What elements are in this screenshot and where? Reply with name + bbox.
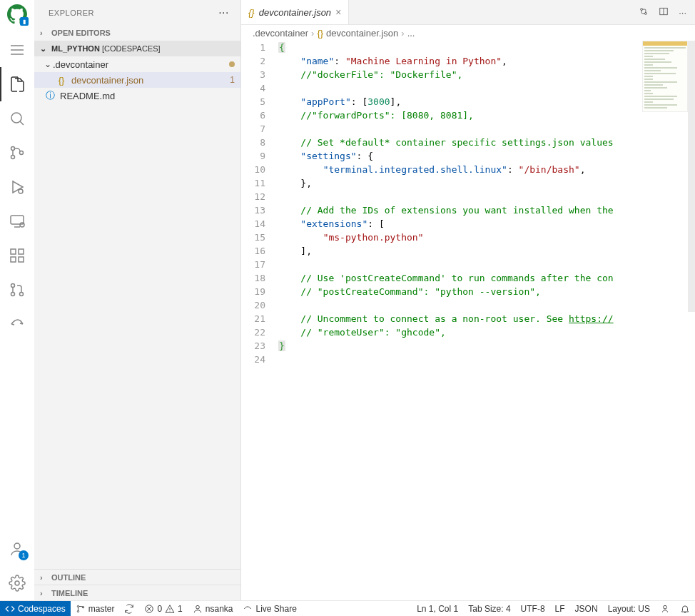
tree-file-readme[interactable]: ⓘ README.md: [34, 88, 240, 103]
section-label: TIMELINE: [51, 589, 88, 597]
json-file-icon: {}: [56, 75, 67, 86]
sidebar-title: EXPLORER: [49, 9, 94, 17]
accounts-icon[interactable]: 1: [0, 532, 34, 566]
status-language[interactable]: JSON: [570, 601, 603, 616]
svg-line-4: [20, 121, 24, 125]
close-icon[interactable]: ×: [335, 6, 341, 18]
error-count: 0: [157, 604, 162, 614]
sidebar: EXPLORER ··· › OPEN EDITORS ⌄ ML_PYTHON …: [34, 0, 241, 600]
status-lncol[interactable]: Ln 1, Col 1: [412, 601, 463, 616]
status-feedback-icon[interactable]: [655, 601, 675, 616]
chevron-right-icon: ›: [40, 589, 49, 597]
breadcrumb-segment[interactable]: .devcontainer: [253, 28, 308, 39]
warning-count: 1: [178, 604, 183, 614]
status-label: Live Share: [255, 604, 296, 614]
section-label: OUTLINE: [51, 573, 86, 582]
project-name: ML_PYTHON: [51, 44, 100, 53]
tab-bar: {} devcontainer.json × ···: [241, 0, 695, 25]
timeline-section[interactable]: › TIMELINE: [34, 585, 240, 600]
line-gutter: 123456789101112131415161718192021222324: [241, 41, 278, 600]
svg-point-34: [196, 605, 199, 609]
run-debug-icon[interactable]: [0, 170, 34, 204]
status-liveshare[interactable]: Live Share: [238, 601, 301, 616]
code-editor[interactable]: 123456789101112131415161718192021222324 …: [241, 41, 695, 600]
svg-point-23: [645, 12, 647, 14]
status-user[interactable]: nsanka: [188, 601, 238, 616]
info-file-icon: ⓘ: [44, 89, 56, 102]
compare-changes-icon[interactable]: [639, 6, 649, 19]
file-tree: ⌄ .devcontainer {} devcontainer.json 1 ⓘ…: [34, 56, 240, 569]
status-encoding[interactable]: UTF-8: [516, 601, 550, 616]
svg-rect-15: [19, 257, 24, 262]
tree-file-devcontainer-json[interactable]: {} devcontainer.json 1: [34, 72, 240, 88]
tree-folder-devcontainer[interactable]: ⌄ .devcontainer: [34, 56, 240, 72]
editor-area: {} devcontainer.json × ··· .devcontainer…: [241, 0, 695, 600]
status-layout[interactable]: Layout: US: [603, 601, 655, 616]
svg-point-27: [77, 610, 78, 612]
tab-actions: ···: [630, 0, 695, 24]
more-actions-icon[interactable]: ···: [679, 7, 686, 18]
open-editors-section[interactable]: › OPEN EDITORS: [34, 25, 240, 41]
code-content[interactable]: { "name": "Machine Learning in Python", …: [278, 41, 695, 600]
settings-gear-icon[interactable]: [0, 566, 34, 600]
svg-rect-16: [19, 249, 24, 254]
status-codespaces[interactable]: Codespaces: [0, 601, 71, 616]
status-bell-icon[interactable]: [675, 601, 695, 616]
status-label: master: [88, 604, 115, 614]
section-label: OPEN EDITORS: [51, 29, 111, 37]
svg-point-9: [19, 189, 23, 193]
file-label: README.md: [60, 91, 235, 101]
breadcrumb-segment[interactable]: ...: [407, 28, 415, 39]
remote-explorer-icon[interactable]: [0, 204, 34, 238]
svg-marker-8: [13, 181, 23, 193]
status-sync[interactable]: [119, 601, 139, 616]
status-bar: Codespaces master 0 1 nsanka Live Share …: [0, 600, 695, 616]
svg-point-22: [641, 8, 643, 10]
tab-title: devcontainer.json: [259, 7, 331, 18]
sidebar-more-icon[interactable]: ···: [218, 6, 229, 19]
tab-devcontainer-json[interactable]: {} devcontainer.json ×: [241, 0, 349, 24]
svg-rect-13: [11, 249, 16, 254]
json-file-icon: {}: [248, 7, 255, 18]
project-section[interactable]: ⌄ ML_PYTHON [CODESPACES]: [34, 41, 240, 56]
github-pr-icon[interactable]: [0, 273, 34, 307]
explorer-icon[interactable]: [0, 67, 34, 101]
chevron-right-icon: ›: [40, 573, 49, 582]
project-suffix: [CODESPACES]: [102, 44, 161, 53]
accounts-badge: 1: [19, 550, 29, 560]
chevron-down-icon: ⌄: [43, 59, 53, 69]
source-control-icon[interactable]: [0, 136, 34, 170]
svg-point-7: [20, 151, 24, 155]
menu-icon[interactable]: [0, 33, 34, 67]
github-logo: ▮: [7, 4, 27, 24]
vscode-badge-icon: ▮: [20, 17, 29, 26]
file-badge: 1: [230, 75, 235, 85]
status-problems[interactable]: 0 1: [139, 601, 187, 616]
status-branch[interactable]: master: [71, 601, 120, 616]
svg-point-26: [77, 605, 78, 607]
chevron-right-icon: ›: [40, 29, 49, 37]
svg-point-21: [15, 581, 19, 585]
search-icon[interactable]: [0, 101, 34, 136]
status-tabsize[interactable]: Tab Size: 4: [463, 601, 515, 616]
json-file-icon: {}: [317, 28, 323, 39]
minimap[interactable]: [642, 41, 688, 112]
status-label: nsanka: [206, 604, 233, 614]
extensions-icon[interactable]: [0, 238, 34, 273]
svg-point-18: [11, 293, 15, 296]
scrollbar-thumb[interactable]: [688, 41, 695, 312]
svg-point-5: [11, 147, 15, 151]
breadcrumb[interactable]: .devcontainer › {} devcontainer.json › .…: [241, 25, 695, 41]
outline-section[interactable]: › OUTLINE: [34, 569, 240, 585]
svg-point-20: [14, 543, 20, 549]
chevron-right-icon: ›: [311, 28, 314, 39]
folder-label: .devcontainer: [53, 59, 226, 70]
svg-rect-14: [11, 257, 16, 262]
sidebar-header: EXPLORER ···: [34, 0, 240, 25]
live-share-icon[interactable]: [0, 307, 34, 341]
split-editor-icon[interactable]: [659, 6, 669, 19]
breadcrumb-segment[interactable]: devcontainer.json: [326, 28, 398, 39]
status-eol[interactable]: LF: [550, 601, 570, 616]
svg-point-35: [664, 605, 667, 609]
chevron-right-icon: ›: [401, 28, 404, 39]
